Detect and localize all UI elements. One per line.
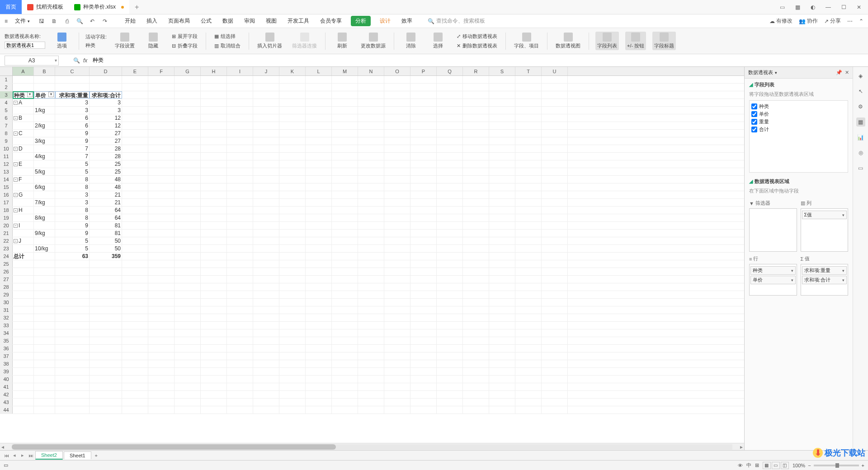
cell[interactable] xyxy=(175,291,201,298)
cell[interactable]: 12 xyxy=(90,122,122,129)
cell[interactable] xyxy=(332,176,358,183)
cell[interactable] xyxy=(542,253,568,260)
row-header[interactable]: 10 xyxy=(0,145,13,152)
cell[interactable] xyxy=(358,199,384,206)
sheet-prev-icon[interactable]: ◂ xyxy=(11,452,18,458)
cell[interactable] xyxy=(122,168,148,175)
cell[interactable] xyxy=(515,314,542,321)
row-header[interactable]: 29 xyxy=(0,291,13,298)
cell[interactable] xyxy=(489,322,515,329)
cell[interactable] xyxy=(332,230,358,237)
cell[interactable] xyxy=(384,91,410,99)
cell[interactable] xyxy=(90,329,122,337)
cancel-fx-icon[interactable]: 🔍 xyxy=(72,57,80,64)
cell[interactable] xyxy=(201,222,227,229)
cell[interactable] xyxy=(227,260,253,268)
cell[interactable] xyxy=(90,299,122,306)
cell[interactable] xyxy=(410,276,437,283)
eye-icon[interactable]: 👁 xyxy=(738,463,743,468)
cell[interactable] xyxy=(358,352,384,360)
cell[interactable] xyxy=(410,306,437,314)
cell[interactable] xyxy=(279,399,306,406)
cell[interactable] xyxy=(463,406,489,414)
cell[interactable] xyxy=(253,368,279,375)
cell[interactable] xyxy=(332,276,358,283)
cell[interactable] xyxy=(358,360,384,367)
cell[interactable] xyxy=(175,245,201,252)
cell[interactable] xyxy=(437,183,463,191)
cell[interactable] xyxy=(227,114,253,122)
menu-member[interactable]: 会员专享 xyxy=(318,16,344,26)
cell[interactable] xyxy=(542,76,568,83)
cell[interactable] xyxy=(253,99,279,106)
cell[interactable] xyxy=(279,230,306,237)
scroll-right-icon[interactable]: ▸ xyxy=(739,444,744,450)
cell[interactable] xyxy=(279,76,306,83)
diamond-icon[interactable]: ◈ xyxy=(856,71,865,80)
row-header[interactable]: 44 xyxy=(0,406,13,414)
cell[interactable] xyxy=(410,214,437,221)
cell[interactable] xyxy=(306,84,332,91)
menu-view[interactable]: 视图 xyxy=(264,16,278,26)
cell[interactable] xyxy=(437,114,463,122)
cell[interactable] xyxy=(489,268,515,275)
formula-input[interactable] xyxy=(90,56,868,65)
cell[interactable] xyxy=(489,183,515,191)
cell[interactable] xyxy=(90,406,122,414)
row-header[interactable]: 13 xyxy=(0,168,13,175)
cell[interactable]: 8 xyxy=(55,176,90,183)
cell[interactable] xyxy=(175,137,201,145)
cell[interactable] xyxy=(148,245,175,252)
cell[interactable] xyxy=(515,160,542,168)
area-item[interactable]: 种类▾ xyxy=(750,266,796,275)
row-header[interactable]: 22 xyxy=(0,237,13,244)
cell[interactable] xyxy=(227,268,253,275)
cell[interactable] xyxy=(13,391,34,398)
menu-analysis[interactable]: 分析 xyxy=(351,16,371,26)
cell[interactable]: 28 xyxy=(90,145,122,152)
cell[interactable] xyxy=(437,230,463,237)
cell[interactable] xyxy=(463,352,489,360)
cell[interactable] xyxy=(306,230,332,237)
cell[interactable] xyxy=(542,107,568,114)
row-header[interactable]: 38 xyxy=(0,360,13,367)
cell[interactable] xyxy=(358,222,384,229)
cell[interactable] xyxy=(306,306,332,314)
cell[interactable] xyxy=(437,268,463,275)
cell[interactable] xyxy=(515,107,542,114)
row-header[interactable]: 37 xyxy=(0,352,13,360)
command-search[interactable]: 🔍 查找命令、搜索模板 xyxy=(428,17,485,25)
cell[interactable] xyxy=(542,283,568,291)
cell[interactable] xyxy=(253,360,279,367)
cell[interactable] xyxy=(332,322,358,329)
cell[interactable] xyxy=(34,253,55,260)
cell[interactable] xyxy=(358,376,384,383)
cell[interactable] xyxy=(122,237,148,244)
cell[interactable] xyxy=(306,99,332,106)
cell[interactable] xyxy=(201,299,227,306)
cell[interactable] xyxy=(410,391,437,398)
area-item[interactable]: 求和项:合计▾ xyxy=(802,276,847,284)
cell[interactable] xyxy=(410,360,437,367)
cell[interactable] xyxy=(122,214,148,221)
cell[interactable] xyxy=(90,383,122,390)
cell[interactable] xyxy=(463,268,489,275)
cell[interactable] xyxy=(175,376,201,383)
cell[interactable] xyxy=(253,391,279,398)
cell[interactable] xyxy=(306,352,332,360)
hide-button[interactable]: 隐藏 xyxy=(143,32,164,50)
cell[interactable] xyxy=(279,191,306,198)
row-header[interactable]: 34 xyxy=(0,329,13,337)
cell[interactable] xyxy=(358,191,384,198)
row-header[interactable]: 27 xyxy=(0,276,13,283)
cell[interactable] xyxy=(227,245,253,252)
cell[interactable] xyxy=(34,191,55,198)
cell[interactable] xyxy=(437,153,463,160)
cell[interactable] xyxy=(410,137,437,145)
cell[interactable] xyxy=(384,283,410,291)
cell[interactable] xyxy=(542,314,568,321)
cell[interactable] xyxy=(253,345,279,352)
cell[interactable] xyxy=(489,383,515,390)
cell[interactable] xyxy=(201,107,227,114)
cell[interactable] xyxy=(384,337,410,344)
